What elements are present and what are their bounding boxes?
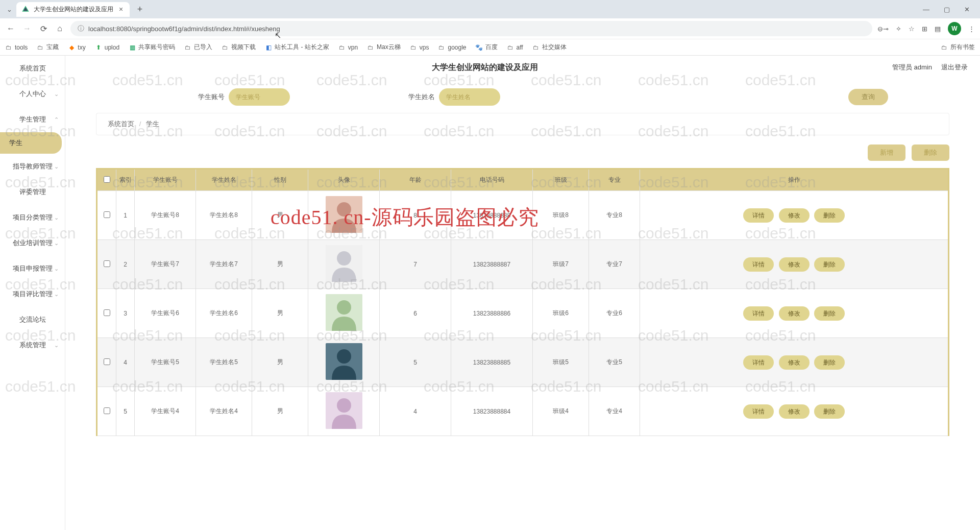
bookmark-vpn[interactable]: 🗀vpn (338, 44, 358, 51)
sidebar-item-judge[interactable]: 评委管理 (0, 179, 65, 205)
delete-row-button[interactable]: 删除 (814, 257, 845, 272)
cell-sex: 男 (252, 191, 308, 240)
cell-age: 7 (380, 240, 451, 289)
detail-button[interactable]: 详情 (743, 306, 774, 321)
bookmark-baidu[interactable]: 🐾百度 (476, 43, 498, 52)
cell-actions: 详情 修改 删除 (640, 240, 949, 289)
sidebar-item-training[interactable]: 创业培训管理⌄ (0, 230, 65, 256)
sidebar-sub-student[interactable]: 学生 (0, 132, 62, 154)
browser-tab[interactable]: 大学生创业网站的建设及应用 × (16, 2, 130, 17)
sidebar-item-category[interactable]: 项目分类管理⌄ (0, 205, 65, 230)
tab-search-dropdown-icon[interactable]: ⌄ (4, 6, 14, 13)
avatar-image (326, 343, 362, 380)
breadcrumb-home[interactable]: 系统首页 (108, 120, 134, 128)
col-checkbox (97, 169, 116, 191)
detail-button[interactable]: 详情 (743, 404, 774, 419)
bookmark-vps[interactable]: 🗀vps (410, 44, 429, 51)
row-checkbox[interactable] (104, 309, 110, 316)
tab-title: 大学生创业网站的建设及应用 (34, 5, 113, 14)
sidebar-item-declare[interactable]: 项目申报管理⌄ (0, 256, 65, 281)
logout-link[interactable]: 退出登录 (941, 63, 968, 72)
cell-index: 2 (116, 240, 135, 289)
bookmark-uplod[interactable]: ⬆uplod (95, 44, 119, 51)
col-name: 学生姓名 (196, 169, 252, 191)
cell-age: 6 (380, 289, 451, 338)
close-tab-icon[interactable]: × (117, 6, 125, 13)
bookmark-tools[interactable]: 🗀tools (5, 44, 28, 51)
search-acc-input[interactable] (229, 88, 290, 106)
edit-button[interactable]: 修改 (779, 208, 810, 223)
maximize-icon[interactable]: ▢ (944, 6, 950, 13)
avatar-image (326, 245, 362, 282)
new-tab-button[interactable]: + (133, 4, 147, 15)
delete-row-button[interactable]: 删除 (814, 404, 845, 419)
add-button[interactable]: 新增 (868, 144, 905, 161)
bookmark-imported[interactable]: 🗀已导入 (184, 43, 212, 52)
bookmark-shared[interactable]: ▦共享账号密码 (129, 43, 175, 52)
select-all-checkbox[interactable] (104, 176, 110, 183)
query-button[interactable]: 查询 (848, 89, 888, 105)
cell-phone: 13823888884 (451, 387, 533, 436)
delete-row-button[interactable]: 删除 (814, 355, 845, 370)
col-actions: 操作 (640, 169, 949, 191)
bookmark-max[interactable]: 🗀Max云梯 (367, 43, 401, 52)
delete-button[interactable]: 删除 (912, 144, 949, 161)
bookmark-txy[interactable]: ◆txy (68, 44, 85, 51)
bookmark-social[interactable]: 🗀社交媒体 (532, 43, 567, 52)
sidebar-item-profile[interactable]: 个人中心⌄ (0, 81, 65, 107)
bookmark-google[interactable]: 🗀google (438, 44, 466, 51)
address-bar[interactable]: ⓘ localhost:8080/springbootw6f1g/admin/d… (70, 21, 872, 36)
cell-avatar (308, 240, 380, 289)
upload-icon: ⬆ (95, 44, 102, 51)
delete-row-button[interactable]: 删除 (814, 306, 845, 321)
all-bookmarks[interactable]: 🗀所有书签 (941, 43, 975, 52)
sidebar-item-rating[interactable]: 项目评比管理⌄ (0, 281, 65, 307)
minimize-icon[interactable]: — (923, 6, 929, 13)
cell-name: 学生姓名8 (196, 191, 252, 240)
search-row: 学生账号 学生姓名 查询 (96, 79, 949, 113)
close-window-icon[interactable]: ✕ (964, 6, 970, 13)
search-acc-label: 学生账号 (198, 92, 225, 102)
bookmark-star-icon[interactable]: ☆ (909, 25, 915, 33)
back-icon[interactable]: ← (5, 24, 16, 33)
detail-button[interactable]: 详情 (743, 208, 774, 223)
user-info[interactable]: 管理员 admin (892, 63, 932, 72)
edit-button[interactable]: 修改 (779, 306, 810, 321)
password-icon[interactable]: ⊖⊸ (877, 25, 889, 33)
bookmark-video[interactable]: 🗀视频下载 (222, 43, 256, 52)
detail-button[interactable]: 详情 (743, 257, 774, 272)
edit-button[interactable]: 修改 (779, 355, 810, 370)
reload-icon[interactable]: ⟳ (38, 24, 49, 34)
site-info-icon[interactable]: ⓘ (78, 24, 84, 33)
bookmark-baozang[interactable]: 🗀宝藏 (37, 43, 59, 52)
folder-icon: 🗀 (37, 44, 44, 51)
menu-icon[interactable]: ⋮ (968, 25, 975, 33)
row-checkbox[interactable] (104, 358, 110, 365)
col-major: 专业 (589, 169, 640, 191)
profile-avatar[interactable]: W (948, 22, 961, 35)
home-icon[interactable]: ⌂ (54, 24, 65, 33)
sidebar-item-forum[interactable]: 交流论坛 (0, 307, 65, 332)
cell-actions: 详情 修改 删除 (640, 387, 949, 436)
row-checkbox[interactable] (104, 407, 110, 414)
extensions-icon[interactable]: ⊞ (922, 25, 927, 33)
row-checkbox[interactable] (104, 211, 110, 218)
sidebar-item-teacher[interactable]: 指导教师管理⌄ (0, 154, 65, 179)
row-checkbox[interactable] (104, 260, 110, 267)
forward-icon[interactable]: → (21, 24, 33, 33)
cell-name: 学生姓名7 (196, 240, 252, 289)
detail-button[interactable]: 详情 (743, 355, 774, 370)
folder-icon: 🗀 (367, 44, 374, 51)
cell-index: 3 (116, 289, 135, 338)
lens-icon[interactable]: ✧ (896, 25, 901, 33)
bookmark-aff[interactable]: 🗀aff (507, 44, 523, 51)
delete-row-button[interactable]: 删除 (814, 208, 845, 223)
edit-button[interactable]: 修改 (779, 404, 810, 419)
sidebar-item-home[interactable]: 系统首页 (0, 56, 65, 81)
sidebar-item-system[interactable]: 系统管理⌄ (0, 332, 65, 358)
side-panel-icon[interactable]: ▤ (935, 25, 941, 33)
sidebar-item-student[interactable]: 学生管理⌃ (0, 107, 65, 132)
edit-button[interactable]: 修改 (779, 257, 810, 272)
search-name-input[interactable] (439, 88, 500, 106)
bookmark-zztool[interactable]: ◧站长工具 - 站长之家 (265, 43, 329, 52)
